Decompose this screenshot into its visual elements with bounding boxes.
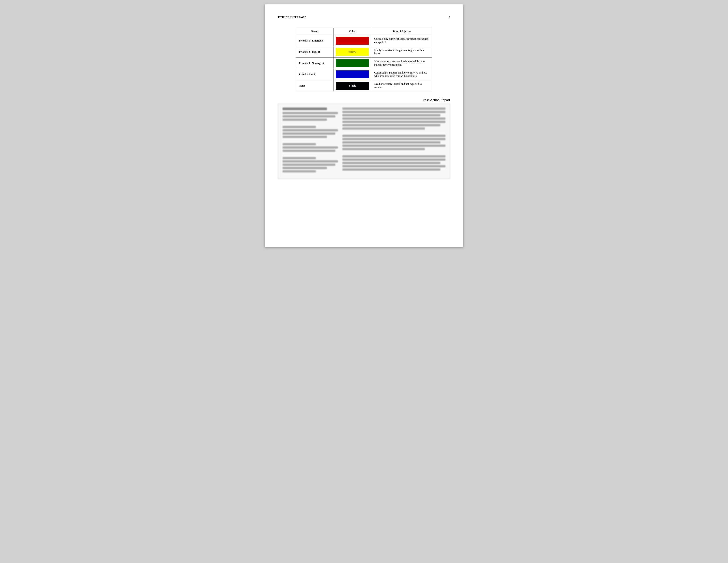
- blur-line: [283, 143, 316, 145]
- group-cell: Priority 3 / Nonurgent: [296, 58, 334, 69]
- blur-line: [342, 165, 445, 167]
- blur-line: [342, 107, 445, 110]
- document-page: ETHICS IN TRIAGE 2 Group Color Type of I…: [265, 4, 463, 247]
- triage-table: Group Color Type of Injuries Priority 1 …: [296, 28, 432, 91]
- blur-line: [283, 157, 316, 159]
- page-title: ETHICS IN TRIAGE: [278, 15, 306, 19]
- blur-line: [342, 114, 440, 116]
- color-cell: Black: [333, 80, 371, 91]
- page-header: ETHICS IN TRIAGE 2: [278, 15, 450, 19]
- table-row: Priority 3 / NonurgentGreenMinor injurie…: [296, 58, 432, 69]
- color-cell: Green: [333, 58, 371, 69]
- table-row: NoneBlackDead or severely injured and no…: [296, 80, 432, 91]
- blur-line: [342, 141, 440, 143]
- blur-line: [342, 168, 440, 171]
- blur-line: [342, 158, 445, 161]
- blurred-right-column: [342, 107, 445, 173]
- blurred-left-column: [283, 107, 338, 173]
- post-action-title: Post-Action Report: [423, 98, 450, 102]
- blur-line: [283, 112, 338, 114]
- group-cell: Priority 1 / Emergent: [296, 35, 334, 46]
- blur-line: [342, 135, 445, 137]
- blur-line: [283, 164, 335, 166]
- injury-cell: Minor injuries; care may be delayed whil…: [371, 58, 432, 69]
- blur-line: [342, 155, 445, 157]
- table-row: Priority 2 / UrgentYellowLikely to survi…: [296, 46, 432, 58]
- injury-cell: Dead or severely injured and not expecte…: [371, 80, 432, 91]
- blur-line: [283, 150, 335, 152]
- injury-cell: Catastrophic: Patients unlikely to survi…: [371, 69, 432, 80]
- blur-line: [283, 129, 338, 131]
- table-row: Priority 2 or 3BlueCatastrophic: Patient…: [296, 69, 432, 80]
- blur-line: [283, 115, 335, 117]
- blur-line: [342, 127, 425, 130]
- color-cell: Red: [333, 35, 371, 46]
- col-header-group: Group: [296, 28, 334, 35]
- post-action-header: Post-Action Report: [278, 98, 450, 102]
- injury-cell: Critical; may survive if simple lifesavi…: [371, 35, 432, 46]
- triage-table-container: Group Color Type of Injuries Priority 1 …: [278, 28, 450, 91]
- blurred-inner: [283, 107, 445, 173]
- blur-line: [342, 117, 445, 120]
- group-cell: Priority 2 or 3: [296, 69, 334, 80]
- page-number: 2: [449, 15, 450, 19]
- group-cell: None: [296, 80, 334, 91]
- blur-line: [342, 111, 445, 113]
- blur-line: [283, 160, 338, 162]
- blur-line: [283, 146, 338, 148]
- col-header-injury: Type of Injuries: [371, 28, 432, 35]
- blur-heading-1: [283, 107, 327, 110]
- blur-line: [283, 170, 316, 172]
- injury-cell: Likely to survive if simple care is give…: [371, 46, 432, 58]
- table-row: Priority 1 / EmergentRedCritical; may su…: [296, 35, 432, 46]
- blur-line: [342, 148, 425, 150]
- blur-line: [342, 124, 440, 126]
- blur-line: [342, 162, 440, 164]
- color-cell: Yellow: [333, 46, 371, 58]
- blur-line: [283, 118, 327, 121]
- blur-line: [342, 145, 445, 147]
- color-cell: Blue: [333, 69, 371, 80]
- blur-line: [283, 167, 327, 169]
- blur-line: [283, 136, 327, 138]
- blur-line: [342, 138, 445, 140]
- group-cell: Priority 2 / Urgent: [296, 46, 334, 58]
- col-header-color: Color: [333, 28, 371, 35]
- blur-line: [283, 126, 316, 128]
- blur-line: [342, 121, 445, 123]
- blurred-content-section: [278, 104, 450, 179]
- blur-line: [283, 132, 335, 135]
